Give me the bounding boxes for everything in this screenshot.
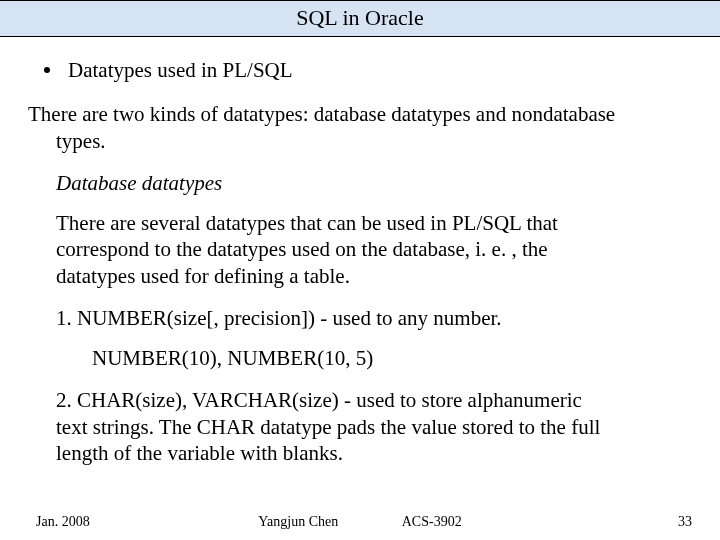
desc-line-3: datatypes used for defining a table. — [56, 263, 692, 289]
intro-line-1: There are two kinds of datatypes: databa… — [30, 101, 692, 127]
desc-paragraph: There are several datatypes that can be … — [28, 210, 692, 289]
footer-date: Jan. 2008 — [36, 514, 90, 530]
numbered-item-1: 1. NUMBER(size[, precision]) - used to a… — [28, 305, 692, 331]
bullet-item: Datatypes used in PL/SQL — [28, 57, 692, 83]
num2-line-3: length of the variable with blanks. — [56, 440, 692, 466]
desc-line-2: correspond to the datatypes used on the … — [56, 236, 692, 262]
intro-line-2: types. — [30, 128, 692, 154]
subheading: Database datatypes — [28, 170, 692, 196]
slide-title: SQL in Oracle — [296, 5, 423, 30]
desc-line-1: There are several datatypes that can be … — [56, 210, 692, 236]
footer-author: Yangjun Chen — [258, 514, 338, 529]
example-line: NUMBER(10), NUMBER(10, 5) — [28, 345, 692, 371]
bullet-icon — [44, 67, 50, 73]
footer-center: Yangjun Chen ACS-3902 — [0, 514, 720, 530]
intro-paragraph: There are two kinds of datatypes: databa… — [28, 101, 692, 154]
bullet-text: Datatypes used in PL/SQL — [68, 57, 293, 83]
num2-line-1: 2. CHAR(size), VARCHAR(size) - used to s… — [56, 387, 692, 413]
slide-footer: Jan. 2008 Yangjun Chen ACS-3902 33 — [0, 514, 720, 530]
footer-course: ACS-3902 — [402, 514, 462, 529]
num2-line-2: text strings. The CHAR datatype pads the… — [56, 414, 692, 440]
slide-content: Datatypes used in PL/SQL There are two k… — [0, 37, 720, 466]
slide-title-bar: SQL in Oracle — [0, 0, 720, 37]
footer-page: 33 — [678, 514, 692, 530]
numbered-item-2: 2. CHAR(size), VARCHAR(size) - used to s… — [28, 387, 692, 466]
